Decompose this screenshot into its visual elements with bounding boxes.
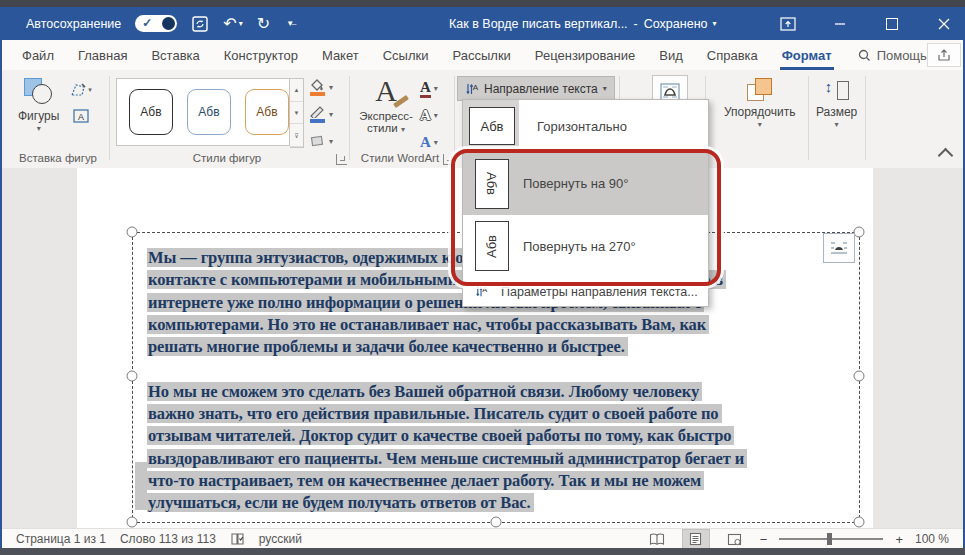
shape-edit-stack: ▾ A [70,80,92,126]
layout-options-button[interactable] [823,233,855,263]
text-line: решать многие проблемы и задачи более ка… [147,336,747,358]
tab-references[interactable]: Ссылки [371,40,441,70]
resize-handle-middle-right[interactable] [854,371,865,382]
zoom-level[interactable]: 100 % [915,532,949,546]
resize-handle-top-right[interactable] [854,227,865,238]
help-label: Помощь [877,48,927,63]
shape-format-stack: ▾ ▾ ▾ [308,76,333,152]
quick-styles-button[interactable]: А Экспресс- стили ▾ [354,76,418,134]
tab-file[interactable]: Файл [10,40,66,70]
zoom-in-button[interactable]: + [895,532,903,547]
shape-style-thumbnail[interactable]: Абв [187,89,231,135]
print-layout-button[interactable] [682,529,710,549]
size-label: Размер [816,105,857,119]
shape-styles-dialog-launcher[interactable] [336,154,347,165]
autosave-toggle[interactable]: ✓ [135,15,177,32]
text-box-button[interactable]: A [70,106,92,126]
text-direction-button[interactable]: A Направление текста ▾ [457,76,615,101]
tab-review[interactable]: Рецензирование [523,40,647,70]
proofing-status[interactable] [230,532,245,546]
maximize-button[interactable] [881,13,903,35]
tab-mailings[interactable]: Рассылки [440,40,522,70]
menu-item-rotate-270[interactable]: Абв Повернуть на 270° [463,215,708,277]
undo-button[interactable]: ↶▾ [223,16,242,32]
tab-insert[interactable]: Вставка [139,40,211,70]
tab-view[interactable]: Вид [647,40,695,70]
shapes-label: Фигуры [18,109,59,123]
page-margin-right[interactable] [873,168,963,528]
collapse-ribbon-button[interactable] [938,148,954,164]
tab-layout[interactable]: Макет [310,40,371,70]
text-line: отзывам читателей. Доктор судит о качест… [147,425,747,447]
menu-item-label: Параметры направления текста... [501,285,698,299]
shape-effects-button[interactable]: ▾ [308,130,333,152]
resize-handle-bottom-right[interactable] [854,517,865,528]
saved-status[interactable]: Сохранено [644,17,708,31]
rotate-90-sample-icon: Абв [475,159,509,209]
page-count[interactable]: Страница 1 из 1 [16,532,106,546]
selection-tail [135,462,147,510]
arrange-button[interactable]: Упорядочить ▾ [724,78,795,129]
undo-icon: ↶ [223,16,236,32]
size-button[interactable]: ↕ Размер ▾ [816,78,857,129]
menu-item-label: Горизонтально [537,119,627,134]
resize-handle-bottom-left[interactable] [127,517,138,528]
share-button[interactable] [927,43,961,67]
gallery-more-button[interactable]: ⊽ [290,124,303,147]
menu-item-text-direction-options[interactable]: A Параметры направления текста... [463,277,708,306]
text-line: важно знать, что его действия правильные… [147,403,747,425]
chevron-down-icon: ▾ [758,120,762,129]
wordart-dialog-launcher[interactable] [443,154,454,165]
resize-handle-top-left[interactable] [127,227,138,238]
word-count[interactable]: Слово 113 из 113 [120,532,216,546]
edit-shape-button[interactable]: ▾ [70,80,92,100]
menu-item-rotate-90[interactable]: Абв Повернуть на 90° [463,152,708,215]
chevron-down-icon: ▾ [88,86,92,94]
layout-options-icon [829,239,849,257]
read-mode-button[interactable] [644,530,670,548]
close-button[interactable] [933,13,955,35]
menu-item-horizontal[interactable]: Абв Горизонтально [463,100,708,152]
zoom-out-button[interactable]: − [760,532,768,547]
resize-handle-middle-left[interactable] [127,371,138,382]
tab-help[interactable]: Справка [695,40,770,70]
minimize-button[interactable] [829,13,851,35]
shapes-button[interactable]: Фигуры ▾ [18,78,59,133]
save-sync-icon [191,15,209,33]
group-divider [454,76,455,160]
save-button[interactable] [191,15,209,33]
redo-icon: ↻ [257,16,270,32]
redo-button[interactable]: ↻ [257,16,270,32]
wordart-format-stack: А▾ А▾ А▾ [420,77,438,154]
tell-me-search[interactable]: Помощь [858,48,927,63]
shape-styles-gallery: Абв Абв Абв [116,78,290,146]
tab-format-active[interactable]: Формат [770,40,844,70]
web-layout-button[interactable] [722,530,748,548]
zoom-slider-thumb[interactable] [827,533,832,545]
customize-qat-button[interactable]: ▼̶ [284,16,294,32]
shape-outline-button[interactable]: ▾ [308,103,333,125]
text-effects-button[interactable]: А▾ [420,131,438,154]
status-bar: Страница 1 из 1 Слово 113 из 113 русский [2,528,963,549]
text-fill-button[interactable]: А▾ [420,77,438,100]
gallery-up-button[interactable]: ▲ [290,79,303,102]
resize-handle-bottom-center[interactable] [491,517,502,528]
language-indicator[interactable]: русский [259,532,302,546]
gallery-down-button[interactable]: ▼ [290,102,303,125]
tab-home[interactable]: Главная [66,40,139,70]
text-line: Но мы не сможем это сделать без Вашей об… [147,381,747,403]
chevron-down-icon: ▼̶ [286,16,294,32]
text-direction-label: Направление текста [484,82,598,96]
shape-style-thumbnail[interactable]: Абв [245,89,289,135]
shape-fill-button[interactable]: ▾ [308,76,333,98]
title-separator: - [634,17,638,31]
group-label-wordart: Стили WordArt [354,152,446,164]
shape-style-thumbnail[interactable]: Абв [129,89,173,135]
chevron-down-icon: ▾ [835,120,839,129]
rotate-270-sample-icon: Абв [475,221,509,271]
zoom-slider[interactable] [779,538,883,540]
text-outline-button[interactable]: А▾ [420,104,438,127]
tab-design[interactable]: Конструктор [212,40,310,70]
edit-shape-icon [70,82,88,98]
ribbon-display-options-button[interactable] [777,13,799,35]
